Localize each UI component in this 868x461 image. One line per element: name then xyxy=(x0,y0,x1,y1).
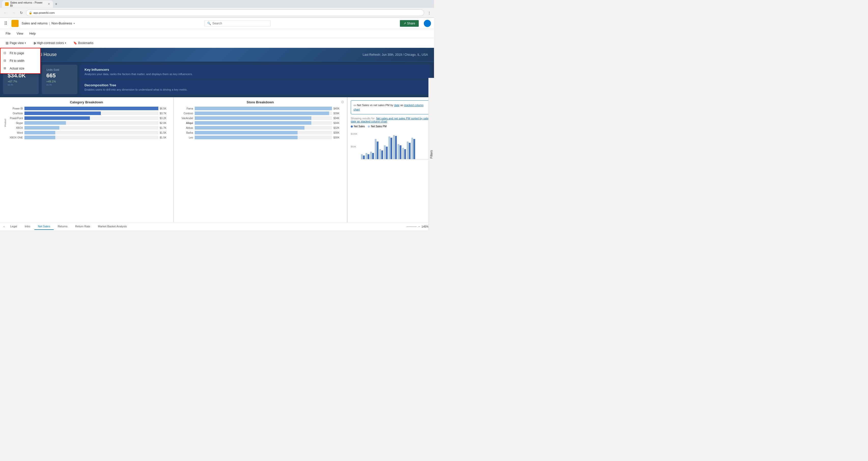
address-bar[interactable]: 🔒 app.powerbi.com xyxy=(26,9,424,16)
tab-return-rate[interactable]: Return Rate xyxy=(71,223,94,230)
report-wrapper: soft | Alpine Ski House Last Refresh: Ju… xyxy=(0,48,434,230)
legend-label-net-sales: Net Sales xyxy=(354,125,365,128)
bar-value-powerbi: $6.5K xyxy=(160,107,169,110)
legend-label-net-sales-pm: Net Sales PM xyxy=(371,125,386,128)
filters-panel-toggle[interactable]: Filters xyxy=(428,78,434,230)
ai-query-box: ▭ Net Sales vs net sales PM by date as s… xyxy=(351,100,431,114)
bar-fill-skype xyxy=(25,121,66,125)
bar-label-onenote: OneNote xyxy=(8,112,23,115)
bar-fill-aliqui xyxy=(195,121,312,125)
bar-value-xbox: $1.7K xyxy=(160,126,169,129)
bookmarks-button[interactable]: 🔖 Bookmarks xyxy=(71,40,96,46)
zoom-minus-button[interactable]: − xyxy=(418,225,420,228)
bar-row-word: Word $1.5K xyxy=(8,131,169,134)
bar-row-aliqui: Aliqui $34K xyxy=(178,121,343,125)
top-nav: ⠿ Sales and returns | Non-Business ▾ 🔍 ↗… xyxy=(0,18,434,29)
browser-tabs: Sales and returns - Power BI ✕ + xyxy=(0,0,434,8)
tab-returns[interactable]: Returns xyxy=(54,223,71,230)
bar-value-xboxone: $1.5K xyxy=(160,136,169,139)
charts-container: Category Breakdown Product Power BI $6.5… xyxy=(0,97,434,222)
refresh-button[interactable]: ↻ xyxy=(18,10,25,16)
col-bar xyxy=(386,147,388,159)
bar-row-fama: Fama $40K xyxy=(178,107,343,110)
store-breakdown-panel: Store Breakdown Fama $40K Contoso $39K xyxy=(174,97,348,222)
ai-query-date: date xyxy=(394,103,399,107)
dropdown-actual-size[interactable]: ⊞ Actual size xyxy=(1,65,40,72)
tab-net-sales[interactable]: Net Sales xyxy=(34,223,54,230)
col-bar xyxy=(402,148,404,159)
column-chart-bars xyxy=(361,131,431,159)
col-bar xyxy=(370,152,372,159)
bar-row-abbas: Abbas $32K xyxy=(178,126,343,129)
bar-row-powerbi: Power BI $6.5K xyxy=(8,107,169,110)
chart-legend: Net Sales Net Sales PM xyxy=(351,125,386,128)
app-launcher-icon[interactable]: ⠿ xyxy=(3,20,8,27)
zoom-level: 145% xyxy=(422,225,429,228)
search-input[interactable] xyxy=(213,22,268,25)
tab-intro[interactable]: Intro xyxy=(21,223,34,230)
ai-query-text: Net Sales vs net sales PM by xyxy=(357,103,394,107)
col-bar xyxy=(389,136,390,159)
store-chart-options[interactable]: ⊙ xyxy=(341,100,344,104)
col-bar xyxy=(400,145,401,159)
workspace-chevron[interactable]: ▾ xyxy=(73,22,75,25)
active-tab[interactable]: Sales and returns - Power BI ✕ xyxy=(2,1,53,8)
bar-value-word: $1.5K xyxy=(160,131,169,134)
col-bar xyxy=(409,143,411,159)
extensions-button[interactable]: ⋮ xyxy=(427,10,432,16)
breadcrumb-workspace[interactable]: Non-Business xyxy=(52,21,72,25)
col-group-1 xyxy=(361,154,365,159)
dropdown-fit-to-page[interactable]: ⊡ Fit to page xyxy=(1,50,40,57)
forward-button[interactable]: → xyxy=(10,10,17,16)
bar-label-contoso: Contoso xyxy=(178,112,193,115)
bar-container-contoso xyxy=(195,112,332,115)
high-contrast-button[interactable]: ◑ High-contrast colors ▾ xyxy=(31,40,69,46)
bar-value-aliqui: $34K xyxy=(334,122,343,124)
tab-market-basket[interactable]: Market Basket Analysis xyxy=(94,223,130,230)
bar-label-xboxone: XBOX ONE xyxy=(8,136,23,139)
user-avatar[interactable] xyxy=(424,20,431,27)
ai-column-chart: $100K $50K xyxy=(351,131,431,159)
col-group-5 xyxy=(379,149,383,159)
bar-label-abbas: Abbas xyxy=(178,126,193,129)
bar-container-fama xyxy=(195,107,332,110)
kpi-feature-row: Net Sales $34.0K +67.7% vs /m Units Sold… xyxy=(0,62,434,97)
bar-container-vanarsdel xyxy=(195,116,332,120)
new-tab-button[interactable]: + xyxy=(54,1,58,7)
tab-favicon xyxy=(5,2,9,6)
bar-label-aliqui: Aliqui xyxy=(178,122,193,124)
tab-legal[interactable]: Legal xyxy=(7,223,21,230)
page-view-button[interactable]: ⊞ Page view ▾ xyxy=(3,40,29,46)
share-button[interactable]: ↗ Share xyxy=(400,20,419,27)
col-bar xyxy=(361,154,363,159)
breadcrumb-sep: | xyxy=(49,21,50,25)
bar-value-abbas: $32K xyxy=(334,126,343,129)
menu-help[interactable]: Help xyxy=(27,31,38,36)
col-group-6 xyxy=(384,145,388,159)
bar-row-skype: Skype $2.0K xyxy=(8,121,169,125)
category-chart-title: Category Breakdown xyxy=(4,100,169,104)
tab-prev-button[interactable]: ‹ xyxy=(2,224,6,229)
high-contrast-icon: ◑ xyxy=(33,41,36,45)
menu-file[interactable]: File xyxy=(3,31,13,36)
col-bar xyxy=(366,153,367,159)
tab-close-btn[interactable]: ✕ xyxy=(48,3,50,5)
kpi-net-sales-period: vs /m xyxy=(8,84,34,86)
col-group-7 xyxy=(389,136,392,159)
search-bar[interactable]: 🔍 xyxy=(205,20,271,27)
col-bar xyxy=(407,142,408,159)
col-bar xyxy=(384,145,385,159)
bar-fill-contoso xyxy=(195,112,330,115)
back-button[interactable]: ← xyxy=(2,10,9,16)
menu-view[interactable]: View xyxy=(14,31,26,36)
dropdown-fit-to-width[interactable]: ⊟ Fit to width xyxy=(1,57,40,65)
bar-fill-fama xyxy=(195,107,332,110)
store-chart-title: Store Breakdown xyxy=(178,100,343,104)
search-icon: 🔍 xyxy=(207,22,211,25)
col-group-11 xyxy=(407,142,411,159)
bar-label-leo: Leo xyxy=(178,136,193,139)
category-y-axis-label: Product xyxy=(4,119,7,127)
bar-row-xbox: XBOX $1.7K xyxy=(8,126,169,129)
kpi-units-sold-period: vs /m xyxy=(46,84,73,86)
page-view-label: Page view xyxy=(10,41,24,45)
